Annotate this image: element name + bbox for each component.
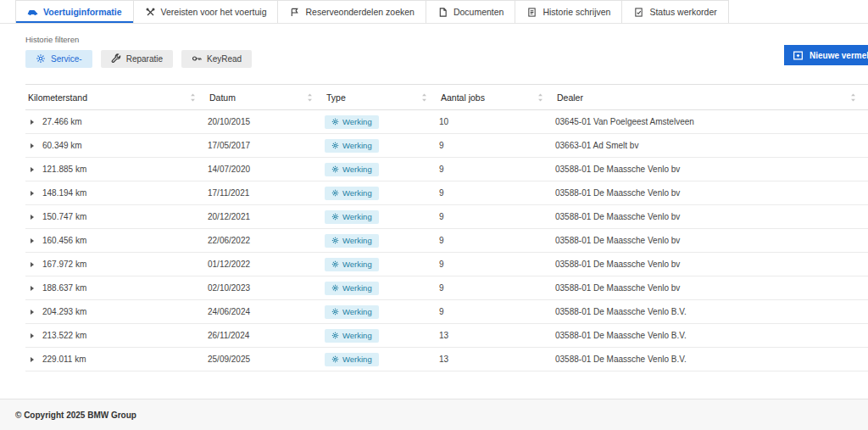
table-row[interactable]: 27.466 km 20/10/2015 Werking 10 03645-01…: [25, 110, 868, 134]
tab-label: Vereisten voor het voertuig: [161, 7, 267, 17]
column-header-type[interactable]: Type: [325, 92, 439, 103]
tab-label: Status werkorder: [649, 7, 716, 17]
type-badge-label: Werking: [342, 117, 372, 126]
row-aantal-jobs: 13: [439, 355, 555, 364]
type-badge-label: Werking: [342, 188, 372, 198]
type-badge-label: Werking: [342, 212, 372, 221]
filter-service-button[interactable]: Service-: [25, 50, 92, 68]
row-dealer: 03588-01 De Maassche Venlo bv: [555, 260, 868, 269]
column-header-aantal-jobs[interactable]: Aantal jobs: [439, 92, 555, 103]
row-aantal-jobs: 9: [439, 260, 555, 269]
filter-keyread-button[interactable]: KeyRead: [181, 50, 252, 68]
row-dealer: 03663-01 Ad Smelt bv: [555, 141, 868, 150]
table-row[interactable]: 213.522 km 26/11/2024 Werking 13 03588-0…: [25, 324, 868, 348]
new-entry-button[interactable]: Nieuwe vermelding in: [784, 45, 868, 65]
type-badge-label: Werking: [342, 141, 372, 150]
type-badge: Werking: [325, 139, 379, 153]
type-badge: Werking: [325, 210, 379, 224]
row-dealer: 03588-01 De Maassche Venlo bv: [555, 165, 868, 174]
table-header: Kilometerstand Datum Type Aantal jobs De…: [25, 85, 868, 110]
column-header-datum[interactable]: Datum: [208, 92, 325, 103]
row-aantal-jobs: 9: [439, 236, 555, 245]
table-row[interactable]: 121.885 km 14/07/2020 Werking 9 03588-01…: [25, 158, 868, 181]
row-expander-icon[interactable]: [31, 357, 34, 362]
table-row[interactable]: 148.194 km 17/11/2021 Werking 9 03588-01…: [25, 181, 868, 205]
gear-icon: [331, 118, 339, 126]
history-table: Kilometerstand Datum Type Aantal jobs De…: [25, 84, 868, 371]
type-badge-label: Werking: [342, 283, 372, 293]
column-label: Aantal jobs: [441, 92, 485, 103]
row-dealer: 03588-01 De Maassche Venlo bv: [555, 283, 868, 293]
gear-icon: [331, 189, 339, 197]
table-row[interactable]: 188.637 km 02/10/2023 Werking 9 03588-01…: [25, 276, 868, 300]
tab-label: Documenten: [453, 7, 504, 17]
row-dealer: 03588-01 De Maassche Venlo B.V.: [555, 331, 868, 340]
gear-icon: [331, 213, 339, 221]
row-datum: 17/05/2017: [208, 141, 325, 150]
row-datum: 14/07/2020: [208, 165, 325, 174]
tab-documenten[interactable]: Documenten: [426, 0, 516, 23]
row-kilometerstand: 60.349 km: [42, 141, 82, 150]
row-expander-icon[interactable]: [31, 191, 34, 196]
gear-icon: [331, 237, 339, 244]
row-expander-icon[interactable]: [31, 215, 34, 220]
row-aantal-jobs: 13: [439, 331, 555, 340]
sort-icon[interactable]: [421, 93, 427, 102]
column-header-kilometerstand[interactable]: Kilometerstand: [25, 92, 208, 103]
type-badge-label: Werking: [342, 260, 372, 269]
sort-icon[interactable]: [307, 93, 313, 102]
parts-icon: [289, 8, 300, 17]
row-kilometerstand: 148.194 km: [42, 188, 86, 198]
type-badge-label: Werking: [342, 331, 372, 340]
row-expander-icon[interactable]: [31, 286, 34, 291]
row-expander-icon[interactable]: [31, 262, 34, 267]
table-row[interactable]: 204.293 km 24/06/2024 Werking 9 03588-01…: [25, 300, 868, 324]
type-badge: Werking: [325, 353, 379, 366]
row-expander-icon[interactable]: [31, 333, 34, 338]
filter-row: Service- Reparatie KeyRead: [25, 49, 868, 68]
row-aantal-jobs: 9: [439, 212, 555, 221]
work-order-icon: [633, 8, 644, 17]
filter-button-label: Service-: [51, 54, 82, 64]
row-dealer: 03588-01 De Maassche Venlo bv: [555, 188, 868, 198]
type-badge: Werking: [325, 258, 379, 271]
row-kilometerstand: 229.011 km: [42, 355, 86, 364]
filter-section-label: Historie filteren: [25, 35, 868, 44]
table-row[interactable]: 60.349 km 17/05/2017 Werking 9 03663-01 …: [25, 134, 868, 158]
row-datum: 02/10/2023: [208, 283, 325, 293]
row-datum: 24/06/2024: [208, 307, 325, 316]
row-expander-icon[interactable]: [31, 167, 34, 172]
column-label: Kilometerstand: [28, 92, 87, 103]
row-aantal-jobs: 9: [439, 165, 555, 174]
type-badge: Werking: [325, 305, 379, 319]
car-icon: [27, 8, 38, 17]
row-dealer: 03588-01 De Maassche Venlo B.V.: [555, 307, 868, 316]
new-entry-icon: [793, 50, 804, 61]
table-row[interactable]: 150.747 km 20/12/2021 Werking 9 03588-01…: [25, 205, 868, 229]
tab-status-werkorder[interactable]: Status werkorder: [621, 0, 728, 23]
table-body: 27.466 km 20/10/2015 Werking 10 03645-01…: [25, 110, 868, 371]
column-header-dealer[interactable]: Dealer: [555, 92, 868, 103]
sort-icon[interactable]: [850, 93, 856, 102]
sort-icon[interactable]: [537, 93, 543, 102]
write-history-icon: [526, 8, 537, 17]
row-dealer: 03588-01 De Maassche Venlo bv: [555, 212, 868, 221]
filter-reparatie-button[interactable]: Reparatie: [101, 50, 173, 68]
table-row[interactable]: 229.011 km 25/09/2025 Werking 13 03588-0…: [25, 348, 868, 371]
tab-vereisten-voertuig[interactable]: Vereisten voor het voertuig: [133, 0, 279, 23]
row-expander-icon[interactable]: [31, 143, 34, 148]
type-badge: Werking: [325, 115, 379, 129]
row-expander-icon[interactable]: [31, 120, 34, 125]
sort-icon[interactable]: [190, 93, 196, 102]
table-row[interactable]: 167.972 km 01/12/2022 Werking 9 03588-01…: [25, 253, 868, 276]
row-expander-icon[interactable]: [31, 310, 34, 315]
type-badge-label: Werking: [342, 355, 372, 364]
type-badge: Werking: [325, 163, 379, 176]
gear-icon: [331, 355, 339, 363]
tab-voertuiginformatie[interactable]: Voertuiginformatie: [15, 0, 134, 23]
type-badge-label: Werking: [342, 165, 372, 174]
tab-reserveonderdelen-zoeken[interactable]: Reserveonderdelen zoeken: [277, 0, 426, 23]
tab-historie-schrijven[interactable]: Historie schrijven: [515, 0, 622, 23]
table-row[interactable]: 160.456 km 22/06/2022 Werking 9 03588-01…: [25, 229, 868, 253]
row-expander-icon[interactable]: [31, 238, 34, 243]
